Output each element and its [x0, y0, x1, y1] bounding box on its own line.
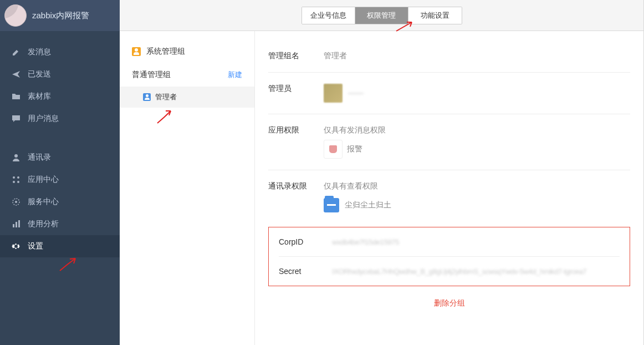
tabs: 企业号信息 权限管理 功能设置: [301, 7, 462, 24]
sidebar-item-sent[interactable]: 已发送: [0, 63, 120, 85]
svg-rect-8: [16, 222, 17, 227]
person-icon: [143, 93, 151, 101]
apps-icon: [11, 175, 21, 184]
sidebar-group-1: 发消息 已发送 素材库 用户消息: [0, 31, 120, 130]
row-app-perm: 应用权限 仅具有发消息权限 报警: [268, 114, 630, 170]
svg-rect-9: [18, 220, 20, 227]
app-item-label: 报警: [347, 144, 362, 154]
new-group-link[interactable]: 新建: [228, 70, 242, 80]
svg-point-4: [17, 181, 19, 183]
field-label: 管理员: [268, 84, 324, 94]
tab-corp-info[interactable]: 企业号信息: [302, 7, 355, 24]
people-icon: [132, 47, 141, 56]
sidebar-item-label: 发消息: [28, 47, 51, 57]
row-group-name: 管理组名 管理者: [268, 40, 630, 73]
sidebar-item-user-msg[interactable]: 用户消息: [0, 108, 120, 130]
section-title-label: 普通管理组: [132, 70, 171, 80]
sidebar-item-label: 用户消息: [28, 114, 59, 124]
admin-name: ——: [348, 88, 364, 97]
content: 系统管理组 普通管理组 新建 管理者 管理组名 管理者 管理员: [120, 31, 643, 345]
person-icon: [11, 153, 21, 162]
app-header: zabbix内网报警: [0, 0, 120, 31]
field-label: 通讯录权限: [268, 181, 324, 191]
normal-group-header: 普通管理组 新建: [120, 63, 254, 87]
field-value: 仅具有查看权限 尘归尘土归土: [324, 181, 630, 212]
row-secret: Secret IXORhxdycxbaL7HhQwdhw_B_g8gUj4j2y…: [279, 256, 620, 286]
annotation-arrow-group: [155, 109, 180, 124]
send-icon: [11, 70, 21, 79]
field-label: CorpID: [279, 237, 332, 246]
sidebar-item-service[interactable]: 服务中心: [0, 191, 120, 213]
row-contact-perm: 通讯录权限 仅具有查看权限 尘归尘土归土: [268, 170, 630, 224]
field-value: ——: [324, 84, 630, 103]
section-title-label: 系统管理组: [146, 47, 185, 57]
system-group-header: 系统管理组: [120, 40, 254, 63]
detail-pane: 管理组名 管理者 管理员 —— 应用权限 仅具有发消息权限 报警: [255, 31, 643, 345]
main: 企业号信息 权限管理 功能设置 系统管理组 普通管理组 新建 管理者: [120, 0, 644, 345]
row-corpid: CorpID wxdb4be7f15de15975: [279, 227, 620, 256]
group-item-manager[interactable]: 管理者: [120, 87, 254, 108]
sidebar-item-label: 设置: [28, 241, 43, 251]
sidebar-item-label: 应用中心: [28, 175, 59, 185]
contact-item-label: 尘归尘土归土: [345, 200, 391, 210]
svg-point-6: [15, 201, 17, 203]
chat-icon: [11, 114, 21, 123]
admin-avatar: [324, 84, 343, 103]
annotation-arrow-settings: [58, 255, 82, 272]
topbar: 企业号信息 权限管理 功能设置: [120, 0, 643, 31]
credentials-box: CorpID wxdb4be7f15de15975 Secret IXORhxd…: [268, 227, 630, 286]
alarm-icon: [324, 140, 343, 159]
tab-label: 功能设置: [421, 11, 449, 21]
secret-value: IXORhxdycxbaL7HhQwdhw_B_g8gUj4j2ylhbmS_s…: [332, 267, 620, 276]
sidebar-item-analytics[interactable]: 使用分析: [0, 213, 120, 235]
sidebar-item-label: 使用分析: [28, 219, 59, 229]
row-admin: 管理员 ——: [268, 73, 630, 114]
sidebar-item-settings[interactable]: 设置: [0, 235, 120, 257]
app-avatar: [4, 4, 27, 27]
app-title: zabbix内网报警: [32, 11, 89, 21]
tab-permissions[interactable]: 权限管理: [355, 7, 408, 24]
group-item-label: 管理者: [155, 92, 177, 102]
tab-label: 权限管理: [367, 11, 396, 21]
field-label: 应用权限: [268, 125, 324, 135]
svg-point-0: [14, 154, 18, 158]
sidebar-group-2: 通讯录 应用中心 服务中心 使用分析 设置: [0, 136, 120, 257]
field-label: Secret: [279, 267, 332, 276]
tab-features[interactable]: 功能设置: [408, 7, 462, 24]
svg-point-2: [17, 176, 19, 179]
tab-label: 企业号信息: [310, 11, 346, 21]
gear-icon: [11, 242, 21, 251]
group-list-pane: 系统管理组 普通管理组 新建 管理者: [120, 31, 255, 345]
folder-icon: [11, 92, 21, 101]
sidebar-item-label: 通讯录: [28, 153, 51, 163]
bars-icon: [11, 220, 21, 229]
sidebar-item-label: 素材库: [28, 92, 51, 102]
pencil-icon: [11, 48, 21, 57]
contact-perm-desc: 仅具有查看权限: [324, 181, 630, 191]
app-item-alarm: 报警: [324, 140, 630, 159]
field-label: 管理组名: [268, 51, 324, 61]
svg-rect-7: [13, 224, 14, 227]
contact-item: 尘归尘土归土: [324, 198, 630, 212]
sidebar-item-label: 已发送: [28, 69, 51, 79]
delete-group-link[interactable]: 删除分组: [268, 298, 630, 308]
sidebar: zabbix内网报警 发消息 已发送 素材库 用户消息: [0, 0, 120, 345]
sidebar-item-contacts[interactable]: 通讯录: [0, 146, 120, 169]
svg-point-1: [13, 176, 15, 179]
folder-icon: [324, 198, 339, 212]
sidebar-item-library[interactable]: 素材库: [0, 85, 120, 108]
field-value: 管理者: [324, 51, 630, 61]
svg-point-3: [13, 181, 15, 183]
corpid-value: wxdb4be7f15de15975: [332, 238, 620, 246]
field-value: 仅具有发消息权限 报警: [324, 125, 630, 159]
sidebar-item-label: 服务中心: [28, 197, 59, 207]
app-perm-desc: 仅具有发消息权限: [324, 125, 630, 135]
dial-icon: [11, 197, 21, 206]
sidebar-item-apps[interactable]: 应用中心: [0, 169, 120, 191]
sidebar-item-compose[interactable]: 发消息: [0, 41, 120, 63]
